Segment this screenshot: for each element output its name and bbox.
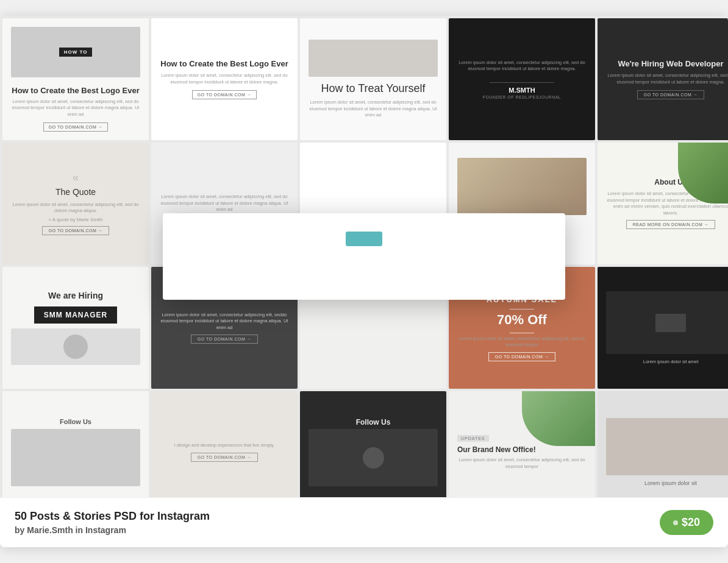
thumb-sale-btn: GO TO DOMAIN.COM →	[488, 352, 555, 361]
thumb-2-btn: GO TO DOMAIN.COM →	[192, 90, 257, 99]
thumb-3-title: How to Treat Yourself	[321, 82, 425, 96]
thumb-row4-2-btn: GO TO DOMAIN.COM →	[191, 453, 258, 462]
thumbnail-5: We're Hiring Web Developer Lorem ipsum d…	[598, 18, 728, 140]
thumb-7-open-quote: «	[73, 172, 79, 183]
thumbnail-follow-us: Follow Us	[300, 391, 446, 497]
price-dot	[673, 520, 678, 525]
footer-price-badge[interactable]: $20	[660, 510, 713, 535]
thumb-7-btn: GO TO DOMAIN.COM →	[42, 226, 109, 235]
footer-category[interactable]: Instagram	[85, 525, 126, 535]
footer-meta: by Marie.Smth in Instagram	[15, 525, 210, 535]
thumbnail-4: Lorem ipsum dolor sit amet, consectetur …	[449, 18, 595, 140]
thumb-laptop-body: Lorem ipsum dolor sit amet	[643, 359, 698, 364]
thumb-4-body: Lorem ipsum dolor sit amet, consectetur …	[457, 60, 587, 73]
product-image-area: HOW TO How to Create the Best Logo Ever …	[0, 16, 728, 497]
thumb-about-btn: READ MORE ON DOMAIN.COM →	[626, 220, 716, 229]
thumb-3-image	[309, 40, 438, 76]
thumb-5-body: Lorem ipsum dolor sit amet, consectetur …	[606, 73, 728, 85]
footer-by-label: by	[15, 525, 24, 535]
thumb-lorem-body: Lorem ipsum dolor sit amet, consectetur …	[160, 312, 289, 331]
thumb-office-title: Our Brand New Office!	[457, 445, 587, 455]
thumb-6-image	[457, 158, 587, 216]
price-value: $20	[682, 516, 700, 529]
thumb-4-name: M.SMTH	[509, 87, 535, 94]
thumb-sale-line2	[510, 333, 534, 333]
animated-versions-badge	[346, 232, 382, 246]
thumb-office-badge: UPDATES	[457, 435, 489, 442]
thumbnail-7: « The Quote Lorem ipsum dolor sit amet, …	[2, 143, 149, 264]
thumb-4-sub: FOUNDER OF REDLIPESJOURNAL	[483, 95, 562, 99]
thumb-sale-line	[510, 309, 534, 310]
thumbnail-1: HOW TO How to Create the Best Logo Ever …	[2, 18, 149, 140]
thumb-office-body: Lorem ipsum dolor sit amet, consectetur …	[457, 457, 587, 470]
thumb-3-body: Lorem ipsum dolor sit amet, consectetur …	[309, 99, 438, 119]
thumb-2-body: Lorem ipsum dolor sit amet, consectetur …	[160, 73, 289, 85]
thumb-sale-body: Lorem ipsum dolor sit amet, consectetur …	[457, 336, 587, 349]
footer-title: 50 Posts & Stories PSD for Instagram	[15, 510, 210, 523]
thumbnail-dark-laptop: Lorem ipsum dolor sit amet	[598, 267, 728, 389]
footer-info: 50 Posts & Stories PSD for Instagram by …	[15, 510, 210, 535]
thumbnail-3: How to Treat Yourself Lorem ipsum dolor …	[300, 18, 446, 140]
thumbnail-hiring: We are Hiring SMM MANAGER	[2, 267, 149, 389]
thumb-1-title: How to Create the Best Logo Ever	[12, 86, 139, 96]
thumbnail-row4-1: Follow Us	[2, 391, 149, 497]
thumbnail-2: How to Create the Best Logo Ever Lorem i…	[151, 18, 298, 140]
how-to-label: HOW TO	[59, 48, 93, 57]
card-footer: 50 Posts & Stories PSD for Instagram by …	[0, 497, 728, 547]
thumbnail-row4-2: I design and develop experiences that li…	[151, 391, 298, 497]
thumbnail-row4-5: Lorem ipsum dolor sit	[598, 391, 728, 497]
thumb-follow-image	[309, 429, 438, 487]
thumb-lorem-btn: GO TO DOMAIN.COM →	[191, 335, 258, 344]
thumb-row4-5-text: Lorem ipsum dolor sit	[644, 480, 697, 486]
thumb-hiring-role: SMM MANAGER	[34, 306, 117, 324]
thumbnail-about-us: About Us Lorem ipsum dolor sit amet, con…	[598, 143, 728, 264]
overlay-banner	[163, 213, 565, 300]
thumb-hiring-image	[11, 328, 140, 365]
thumb-sale-pct: 70% Off	[497, 312, 547, 328]
thumb-1-body: Lorem ipsum dolor sit amet, consectetur …	[11, 99, 140, 118]
thumb-5-btn: GO TO DOMAIN.COM →	[637, 90, 704, 99]
thumb-row4-1-image	[11, 429, 140, 487]
footer-author[interactable]: Marie.Smth	[27, 525, 73, 535]
thumb-row4-5-image	[606, 418, 728, 476]
thumbnail-office: UPDATES Our Brand New Office! Lorem ipsu…	[449, 391, 595, 497]
footer-in-label: in	[76, 525, 85, 535]
thumb-5-title: We're Hiring Web Developer	[618, 59, 723, 69]
thumb-row4-2-body: I design and develop experiences that li…	[174, 442, 275, 449]
thumb-8-body: Lorem ipsum dolor sit amet, consectetur …	[160, 194, 289, 213]
product-card: HOW TO How to Create the Best Logo Ever …	[0, 16, 728, 547]
thumb-follow-title: Follow Us	[356, 418, 391, 427]
thumb-hiring-title: We are Hiring	[48, 291, 103, 300]
thumb-1-btn: GO TO DOMAIN.COM →	[43, 122, 108, 132]
thumb-2-title: How to Create the Best Logo Ever	[160, 59, 288, 69]
thumb-laptop-image	[606, 291, 728, 354]
thumb-7-body: Lorem ipsum dolor sit amet, consectetur …	[11, 202, 140, 214]
thumb-7-quote: The Quote	[55, 186, 96, 197]
